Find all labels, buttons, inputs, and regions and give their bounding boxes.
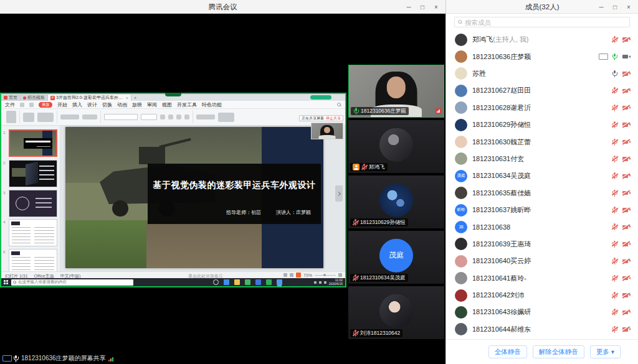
member-row[interactable]: 苏胜 xyxy=(446,65,638,82)
tray-icon[interactable] xyxy=(324,281,326,284)
ribbon-input[interactable] xyxy=(141,114,157,120)
camera-off-icon[interactable] xyxy=(622,37,631,42)
stop-sharing-button[interactable]: 停止共享 xyxy=(326,116,341,121)
close-button[interactable]: × xyxy=(429,0,443,14)
screen-share-view[interactable]: 首页 稻壳模板 P 3开题答辩2.0-迷彩装甲运兵车外观设计.pptx × + xyxy=(0,93,346,287)
member-row[interactable]: 昕晔1812310637姚昕晔 xyxy=(446,202,638,218)
mic-muted-icon[interactable] xyxy=(612,36,617,43)
slide-thumbnail[interactable] xyxy=(9,160,57,187)
camera-off-icon[interactable] xyxy=(622,309,631,315)
share-toolbar-notch[interactable] xyxy=(165,93,181,96)
start-button[interactable] xyxy=(4,280,8,284)
mute-all-button[interactable]: 全体静音 xyxy=(488,345,527,358)
mic-muted-icon[interactable] xyxy=(612,190,617,197)
mic-muted-icon[interactable] xyxy=(612,105,617,111)
taskbar-search[interactable]: 在这里输入你要搜索的内容 xyxy=(11,279,133,286)
wps-menu-item-放映[interactable]: 放映 xyxy=(132,101,142,108)
mic-muted-icon[interactable] xyxy=(612,223,617,230)
camera-off-icon[interactable] xyxy=(622,327,631,332)
ribbon-button[interactable] xyxy=(37,113,54,122)
slide-thumbnail[interactable] xyxy=(9,190,57,217)
camera-off-icon[interactable] xyxy=(622,207,631,213)
save-icon[interactable] xyxy=(20,103,24,107)
ribbon-button[interactable] xyxy=(60,114,79,119)
normal-view-icon[interactable] xyxy=(283,273,287,277)
tab-close-icon[interactable]: × xyxy=(126,96,128,100)
mic-icon[interactable] xyxy=(612,70,617,77)
wps-account-pill[interactable] xyxy=(310,95,331,100)
tray-icon[interactable] xyxy=(319,281,321,284)
wps-menu-item-设计[interactable]: 设计 xyxy=(87,101,97,108)
mic-icon[interactable] xyxy=(612,54,617,60)
ribbon-button[interactable] xyxy=(184,114,189,119)
ribbon-button[interactable] xyxy=(23,113,34,122)
camera-off-icon[interactable] xyxy=(622,105,631,111)
wps-menu-item-视图[interactable]: 视图 xyxy=(162,101,172,108)
minimize-button[interactable]: ─ xyxy=(594,0,608,14)
camera-off-icon[interactable] xyxy=(622,292,631,298)
camera-off-icon[interactable] xyxy=(622,190,631,196)
member-row[interactable]: 1812310641蔡玲- xyxy=(446,269,638,286)
maximize-button[interactable]: □ xyxy=(416,0,429,14)
taskbar-clock[interactable]: 11:02 2020/6/15 xyxy=(329,279,343,286)
member-row[interactable]: 1812310643徐姵研 xyxy=(446,304,638,320)
self-view-thumbnail[interactable] xyxy=(311,123,343,139)
mic-muted-icon[interactable] xyxy=(612,275,617,282)
meeting-icon[interactable] xyxy=(277,279,282,285)
slideshow-view-icon[interactable] xyxy=(296,273,301,278)
mic-muted-icon[interactable] xyxy=(612,87,617,94)
member-row[interactable]: 1812310628谢君沂 xyxy=(446,100,638,116)
wps-menu-item-审阅[interactable]: 审阅 xyxy=(147,101,157,108)
wps-menu-item-插入[interactable]: 插入 xyxy=(72,101,82,108)
slide-thumbnail[interactable] xyxy=(9,129,57,157)
mic-muted-icon[interactable] xyxy=(612,156,617,162)
sorter-view-icon[interactable] xyxy=(290,273,293,277)
screen-share-icon[interactable] xyxy=(599,54,607,60)
unmute-all-button[interactable]: 解除全体静音 xyxy=(533,345,584,358)
mic-muted-icon[interactable] xyxy=(612,139,617,146)
mic-muted-icon[interactable] xyxy=(612,241,617,248)
qq-icon[interactable] xyxy=(255,279,261,285)
member-row[interactable]: 1812310627赵田田 xyxy=(446,82,638,99)
member-row[interactable]: 1812310629孙储恒 xyxy=(446,116,638,133)
member-row[interactable]: 1812310642刘沛 xyxy=(446,287,638,304)
wps-document-tab[interactable]: P 3开题答辩2.0-迷彩装甲运兵车外观设计.pptx × xyxy=(48,95,131,101)
find-command-icon[interactable] xyxy=(337,103,341,107)
video-tile[interactable]: 1812310629孙储恒 xyxy=(348,175,444,228)
camera-off-icon[interactable] xyxy=(622,258,631,264)
cortana-icon[interactable] xyxy=(213,279,219,285)
member-row[interactable]: 381812310638 xyxy=(446,218,638,235)
ribbon-button[interactable] xyxy=(176,114,181,119)
more-button[interactable]: 更多 ▾ xyxy=(590,345,621,358)
video-tile[interactable]: 茂庭1812310634吴茂庭 xyxy=(348,231,444,284)
member-row[interactable]: 1812310635蔡佳嫱 xyxy=(446,185,638,202)
member-search-input[interactable] xyxy=(465,19,629,26)
tray-icon[interactable] xyxy=(314,281,317,284)
camera-off-icon[interactable] xyxy=(622,276,631,281)
file-explorer-icon[interactable] xyxy=(234,279,240,285)
slide-thumbnail[interactable] xyxy=(9,219,57,246)
undo-icon[interactable] xyxy=(29,103,34,107)
maximize-button[interactable]: □ xyxy=(608,0,622,14)
zoom-slider[interactable] xyxy=(315,275,336,276)
member-row[interactable]: 1812310630魏芷蕾 xyxy=(446,133,638,150)
camera-off-icon[interactable] xyxy=(622,224,631,230)
minimize-button[interactable]: ─ xyxy=(402,0,416,14)
wps-menu-item-开始[interactable]: 开始 xyxy=(57,101,67,108)
wps-docer-tab[interactable]: 稻壳模板 xyxy=(21,95,48,101)
mic-muted-icon[interactable] xyxy=(612,258,617,264)
wps-home-tab[interactable]: 首页 xyxy=(1,95,21,101)
video-tile[interactable]: 刘沛1812310642 xyxy=(348,286,444,339)
camera-icon[interactable] xyxy=(622,54,631,60)
fit-slide-icon[interactable] xyxy=(338,273,342,277)
mic-muted-icon[interactable] xyxy=(612,121,617,128)
wps-menu-item-切换[interactable]: 切换 xyxy=(102,101,112,108)
camera-off-icon[interactable] xyxy=(622,173,631,179)
camera-off-icon[interactable] xyxy=(622,156,631,162)
wps-menu-item-特色功能[interactable]: 特色功能 xyxy=(202,101,222,108)
video-tile[interactable]: 1812310636庄梦颖 xyxy=(348,65,444,118)
member-row[interactable]: 1812310644郝维东 xyxy=(446,321,638,338)
wps-menu-item-开发工具[interactable]: 开发工具 xyxy=(177,101,197,108)
member-row[interactable]: 1812310631付玄 xyxy=(446,151,638,167)
camera-off-icon[interactable] xyxy=(622,122,631,128)
